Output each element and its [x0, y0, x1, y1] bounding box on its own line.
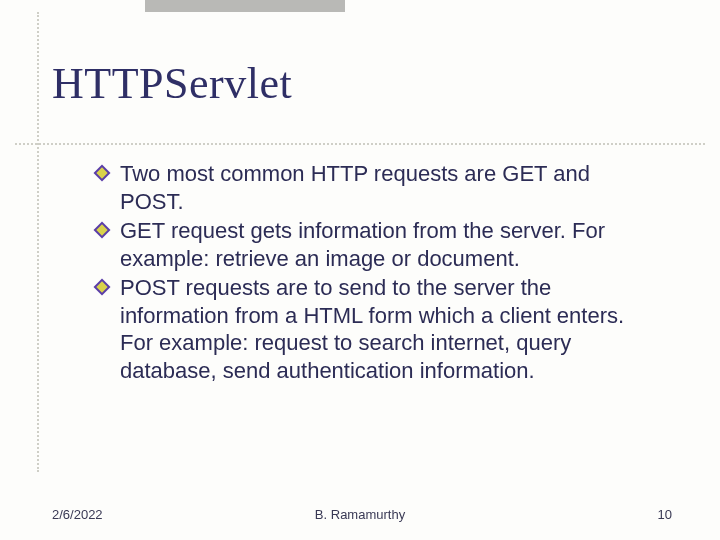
bullet-text: POST requests are to send to the server …: [120, 275, 624, 383]
bullet-item: GET request gets information from the se…: [96, 217, 656, 272]
diamond-bullet-icon: [96, 224, 108, 236]
slide-body: Two most common HTTP requests are GET an…: [96, 160, 656, 386]
vertical-guideline: [37, 12, 39, 472]
slide-title: HTTPServlet: [52, 62, 292, 106]
title-underline: [15, 143, 705, 145]
bullet-item: Two most common HTTP requests are GET an…: [96, 160, 656, 215]
diamond-bullet-icon: [96, 281, 108, 293]
footer-author: B. Ramamurthy: [0, 507, 720, 522]
bullet-item: POST requests are to send to the server …: [96, 274, 656, 384]
slide: HTTPServlet Two most common HTTP request…: [0, 0, 720, 540]
bullet-text: GET request gets information from the se…: [120, 218, 605, 271]
top-accent-bar: [145, 0, 345, 12]
footer-page-number: 10: [658, 507, 672, 522]
diamond-bullet-icon: [96, 167, 108, 179]
bullet-text: Two most common HTTP requests are GET an…: [120, 161, 590, 214]
